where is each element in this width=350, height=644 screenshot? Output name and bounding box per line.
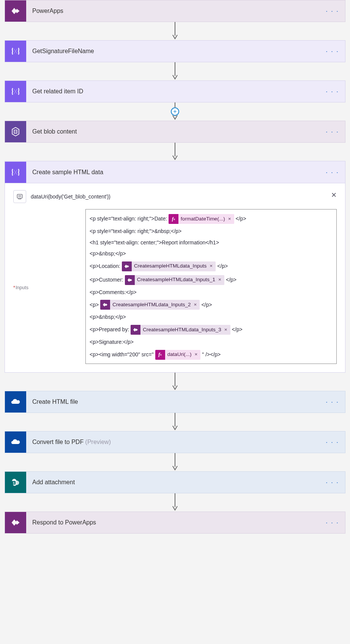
svg-rect-6	[17, 194, 22, 198]
remove-token-icon[interactable]: ×	[224, 326, 230, 334]
step-create-sample-html-data-expanded: Create sample HTML data · · · dataUri(bo…	[5, 161, 345, 373]
onedrive-icon	[5, 391, 26, 413]
more-icon[interactable]: · · ·	[326, 47, 339, 55]
svg-text:10: 10	[14, 131, 17, 133]
step-create-html-file[interactable]: Create HTML file · · ·	[5, 391, 345, 413]
remove-token-icon[interactable]: ×	[210, 263, 216, 270]
step-get-related-item-id[interactable]: Get related item ID · · ·	[5, 80, 345, 102]
more-icon[interactable]: · · ·	[326, 478, 339, 486]
more-icon[interactable]: · · ·	[326, 168, 339, 176]
more-icon[interactable]: · · ·	[326, 438, 339, 446]
add-step-icon[interactable]: +	[171, 107, 179, 116]
step-get-signature-filename[interactable]: GetSignatureFileName · · ·	[5, 40, 345, 62]
step-title: Respond to PowerApps	[26, 519, 96, 526]
flow-arrow	[0, 62, 350, 80]
formula-text: dataUri(body('Get_blob_content'))	[31, 194, 110, 200]
remove-token-icon[interactable]: ×	[194, 301, 200, 309]
step-title: Get related item ID	[26, 88, 83, 95]
blob-icon: 10	[5, 121, 26, 142]
step-title: Create sample HTML data	[26, 169, 103, 176]
step-title: Get blob content	[26, 128, 77, 135]
step-convert-file-to-pdf[interactable]: Convert file to PDF (Preview) · · ·	[5, 431, 345, 453]
step-title: PowerApps	[26, 8, 63, 14]
more-icon[interactable]: · · ·	[326, 88, 339, 96]
remove-token-icon[interactable]: ×	[228, 216, 234, 223]
svg-text:S: S	[13, 481, 15, 484]
flow-arrow	[0, 143, 350, 161]
step-powerapps[interactable]: PowerApps · · ·	[5, 0, 345, 22]
more-icon[interactable]: · · ·	[326, 7, 339, 15]
inputs-label: *Inputs	[13, 209, 85, 290]
token-datauri[interactable]: fx dataUri(...) ×	[155, 350, 201, 360]
step-create-sample-html-data[interactable]: Create sample HTML data · · ·	[5, 161, 345, 183]
powerapps-icon	[125, 275, 135, 285]
powerapps-icon	[5, 512, 26, 533]
inputs-editor[interactable]: <p style="text-align: right;">Date: fx f…	[85, 209, 337, 364]
token-inputs[interactable]: CreatesampleHTMLdata_Inputs ×	[122, 261, 216, 271]
compose-icon	[5, 41, 26, 62]
compose-icon	[5, 81, 26, 102]
remove-token-icon[interactable]: ×	[218, 276, 224, 283]
more-icon[interactable]: · · ·	[326, 398, 339, 406]
flow-arrow	[0, 413, 350, 431]
compose-icon	[5, 162, 26, 183]
step-respond-to-powerapps[interactable]: Respond to PowerApps · · ·	[5, 512, 345, 534]
flow-arrow: +	[0, 102, 350, 121]
close-icon[interactable]: ✕	[331, 191, 337, 199]
flow-arrow	[0, 493, 350, 512]
flow-arrow	[0, 453, 350, 471]
powerapps-icon	[100, 300, 110, 310]
more-icon[interactable]: · · ·	[326, 128, 339, 136]
onedrive-icon	[5, 431, 26, 453]
step-title: GetSignatureFileName	[26, 48, 94, 55]
flow-arrow	[0, 373, 350, 391]
token-inputs-3[interactable]: CreatesampleHTMLdata_Inputs_3 ×	[131, 325, 230, 335]
step-add-attachment[interactable]: S Add attachment · · ·	[5, 471, 345, 493]
more-icon[interactable]: · · ·	[326, 518, 339, 526]
remove-token-icon[interactable]: ×	[194, 351, 200, 358]
peek-code-icon[interactable]	[13, 190, 26, 203]
sharepoint-icon: S	[5, 472, 26, 493]
flow-arrow	[0, 22, 350, 40]
fx-icon: fx	[169, 214, 178, 224]
token-inputs-1[interactable]: CreatesampleHTMLdata_Inputs_1 ×	[125, 275, 224, 285]
token-formatdatetime[interactable]: fx formatDateTime(...) ×	[169, 214, 234, 224]
token-inputs-2[interactable]: CreatesampleHTMLdata_Inputs_2 ×	[100, 300, 200, 310]
powerapps-icon	[122, 261, 132, 271]
step-title: Add attachment	[26, 479, 75, 486]
powerapps-icon	[131, 325, 140, 335]
step-title: Convert file to PDF (Preview)	[26, 439, 111, 446]
step-get-blob-content[interactable]: 10 Get blob content · · ·	[5, 121, 345, 143]
powerapps-icon	[5, 0, 26, 22]
step-title: Create HTML file	[26, 398, 78, 405]
fx-icon: fx	[155, 350, 165, 360]
